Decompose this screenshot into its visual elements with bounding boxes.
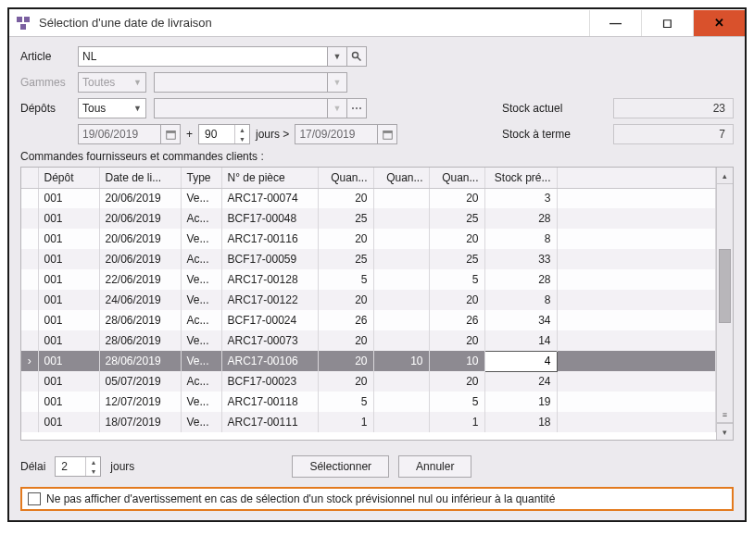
days-spinner[interactable]: 90 ▲ ▼ bbox=[198, 124, 250, 144]
table-row[interactable]: 00128/06/2019Ve...ARC17-00073202014 bbox=[21, 330, 716, 351]
scroll-mark-icon[interactable]: ≡ bbox=[717, 406, 733, 423]
svg-point-3 bbox=[353, 53, 358, 58]
delai-unit-label: jours bbox=[110, 460, 134, 473]
scroll-thumb[interactable] bbox=[719, 249, 731, 323]
warning-label[interactable]: Ne pas afficher d'avertissement en cas d… bbox=[46, 492, 555, 505]
depots-label: Dépôts bbox=[20, 102, 78, 115]
row-marker bbox=[21, 208, 38, 229]
vertical-scrollbar[interactable]: ▴ ≡ ▾ bbox=[716, 168, 733, 440]
minimize-button[interactable]: — bbox=[589, 10, 641, 36]
table-row[interactable]: ›00128/06/2019Ve...ARC17-001062010104 bbox=[21, 351, 716, 371]
row-marker bbox=[21, 371, 38, 392]
article-label: Article bbox=[20, 50, 78, 63]
end-date-calendar-icon[interactable] bbox=[377, 124, 397, 144]
col-stock[interactable]: Stock pré... bbox=[484, 168, 557, 188]
article-input[interactable]: NL bbox=[78, 46, 328, 67]
table-row[interactable]: 00112/07/2019Ve...ARC17-001185519 bbox=[21, 392, 716, 412]
depots-detail bbox=[154, 98, 328, 118]
plus-label: + bbox=[186, 128, 193, 141]
table-row[interactable]: 00120/06/2019Ve...ARC17-0011620208 bbox=[21, 229, 716, 249]
svg-rect-6 bbox=[166, 131, 174, 132]
table-row[interactable]: 00118/07/2019Ve...ARC17-001111118 bbox=[21, 412, 716, 432]
footer: Délai 2 ▲ ▼ jours Sélectionner Annuler bbox=[9, 450, 745, 487]
delai-spinner[interactable]: 2 ▲ ▼ bbox=[55, 456, 101, 477]
table-row[interactable]: 00105/07/2019Ac...BCF17-00023202024 bbox=[21, 371, 716, 392]
col-date[interactable]: Date de li... bbox=[99, 168, 181, 188]
stock-actuel-label: Stock actuel bbox=[502, 102, 613, 115]
table-row[interactable]: 00122/06/2019Ve...ARC17-001285528 bbox=[21, 269, 716, 290]
titlebar: Sélection d'une date de livraison — ◻ ✕ bbox=[9, 9, 745, 37]
warning-option-row: Ne pas afficher d'avertissement en cas d… bbox=[20, 487, 734, 511]
delai-label: Délai bbox=[20, 460, 45, 473]
svg-rect-1 bbox=[24, 17, 30, 22]
orders-grid: Dépôt Date de li... Type N° de pièce Qua… bbox=[20, 167, 734, 441]
svg-rect-0 bbox=[17, 17, 22, 22]
start-date-calendar-icon[interactable] bbox=[160, 124, 181, 144]
gammes-select: Toutes ▼ bbox=[78, 72, 146, 93]
svg-rect-8 bbox=[383, 131, 392, 132]
col-depot[interactable]: Dépôt bbox=[38, 168, 99, 188]
date-range-row: 19/06/2019 + 90 ▲ ▼ jours > 17/09/2019 bbox=[78, 124, 397, 144]
close-button[interactable]: ✕ bbox=[693, 10, 745, 36]
days-up-icon[interactable]: ▲ bbox=[235, 125, 249, 134]
row-marker: › bbox=[21, 351, 38, 371]
stock-terme-value: 7 bbox=[613, 124, 734, 144]
days-unit-label: jours > bbox=[256, 128, 289, 141]
table-row[interactable]: 00120/06/2019Ve...ARC17-0007420203 bbox=[21, 188, 716, 208]
col-q1[interactable]: Quan... bbox=[318, 168, 373, 188]
svg-rect-2 bbox=[20, 24, 26, 30]
form-area: Article NL ▼ Gammes Toutes ▼ ▼ Dépôts To bbox=[9, 37, 745, 144]
window-title: Sélection d'une date de livraison bbox=[39, 16, 589, 30]
cancel-button[interactable]: Annuler bbox=[398, 455, 471, 478]
row-marker bbox=[21, 269, 38, 290]
col-q2[interactable]: Quan... bbox=[373, 168, 429, 188]
stock-actuel-value: 23 bbox=[613, 98, 734, 118]
gammes-detail-dropdown-icon: ▼ bbox=[327, 72, 347, 93]
svg-line-4 bbox=[358, 57, 361, 61]
days-down-icon[interactable]: ▼ bbox=[235, 134, 249, 143]
table-row[interactable]: 00120/06/2019Ac...BCF17-00059252533 bbox=[21, 249, 716, 269]
col-piece[interactable]: N° de pièce bbox=[221, 168, 318, 188]
end-date-input[interactable]: 17/09/2019 bbox=[295, 124, 378, 144]
stock-terme-label: Stock à terme bbox=[502, 128, 613, 141]
col-q3[interactable]: Quan... bbox=[429, 168, 484, 188]
row-marker bbox=[21, 412, 38, 432]
warning-checkbox[interactable] bbox=[28, 492, 41, 505]
row-marker bbox=[21, 188, 38, 208]
row-marker bbox=[21, 229, 38, 249]
gammes-detail bbox=[154, 72, 328, 93]
table-row[interactable]: 00120/06/2019Ac...BCF17-00048252528 bbox=[21, 208, 716, 229]
row-marker bbox=[21, 330, 38, 351]
article-search-icon[interactable] bbox=[346, 46, 367, 67]
article-dropdown-icon[interactable]: ▼ bbox=[327, 46, 347, 67]
table-row[interactable]: 00124/06/2019Ve...ARC17-0012220208 bbox=[21, 290, 716, 310]
row-marker bbox=[21, 392, 38, 412]
gammes-label: Gammes bbox=[20, 76, 78, 89]
delai-up-icon[interactable]: ▲ bbox=[86, 457, 100, 467]
depots-more-icon[interactable]: ⋯ bbox=[346, 98, 367, 118]
table-header-row: Dépôt Date de li... Type N° de pièce Qua… bbox=[21, 168, 716, 188]
scroll-up-icon[interactable]: ▴ bbox=[717, 168, 733, 184]
col-type[interactable]: Type bbox=[181, 168, 221, 188]
app-icon bbox=[15, 15, 31, 31]
depots-select[interactable]: Tous ▼ bbox=[78, 98, 146, 118]
start-date-input[interactable]: 19/06/2019 bbox=[78, 124, 161, 144]
select-button[interactable]: Sélectionner bbox=[292, 455, 389, 478]
scroll-down-icon[interactable]: ▾ bbox=[717, 423, 733, 440]
grid-title: Commandes fournisseurs et commandes clie… bbox=[20, 150, 734, 163]
table-row[interactable]: 00128/06/2019Ac...BCF17-00024262634 bbox=[21, 310, 716, 330]
row-marker bbox=[21, 310, 38, 330]
delai-down-icon[interactable]: ▼ bbox=[86, 467, 100, 476]
row-marker bbox=[21, 290, 38, 310]
dialog-window: Sélection d'une date de livraison — ◻ ✕ … bbox=[7, 7, 747, 522]
maximize-button[interactable]: ◻ bbox=[641, 10, 693, 36]
depots-detail-dropdown-icon[interactable]: ▼ bbox=[327, 98, 347, 118]
row-marker bbox=[21, 249, 38, 269]
